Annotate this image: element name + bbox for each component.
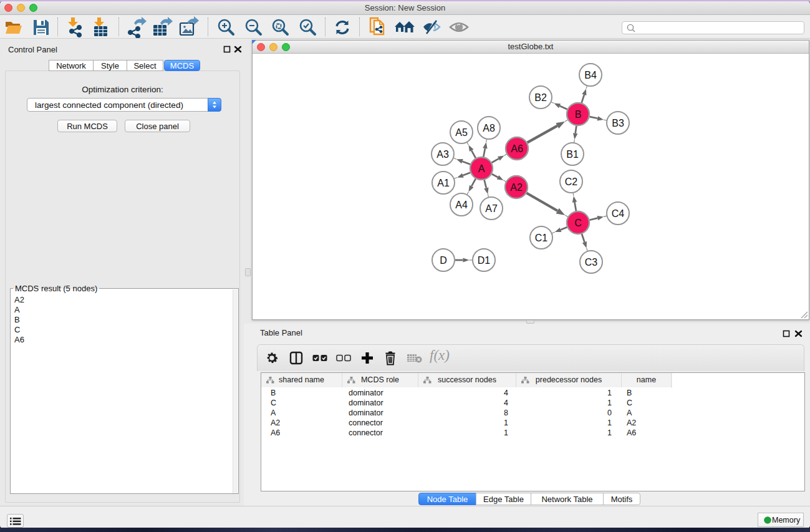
svg-text:B3: B3: [612, 118, 624, 128]
svg-text:C2: C2: [565, 177, 578, 187]
svg-text:C: C: [574, 218, 582, 228]
svg-text:C1: C1: [535, 233, 548, 243]
svg-text:D1: D1: [478, 255, 491, 266]
svg-text:A6: A6: [511, 143, 523, 154]
svg-text:B1: B1: [566, 149, 579, 160]
svg-text:C3: C3: [585, 257, 598, 268]
svg-text:A4: A4: [455, 200, 468, 210]
svg-text:B4: B4: [584, 70, 597, 80]
svg-text:A5: A5: [455, 127, 468, 138]
svg-text:C4: C4: [612, 208, 625, 219]
svg-text:A2: A2: [510, 182, 523, 193]
svg-text:A1: A1: [437, 178, 450, 188]
svg-text:D: D: [440, 255, 447, 266]
svg-text:A3: A3: [436, 149, 449, 160]
svg-text:A: A: [478, 163, 485, 174]
svg-text:A8: A8: [483, 123, 495, 133]
svg-text:A7: A7: [485, 203, 498, 214]
svg-text:B2: B2: [534, 92, 547, 103]
svg-text:B: B: [575, 109, 582, 120]
